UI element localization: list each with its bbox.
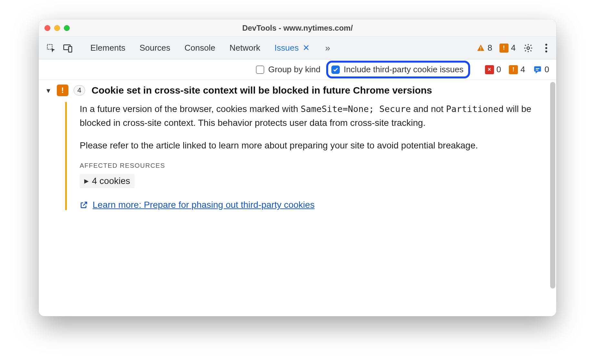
error-count[interactable]: × 0 [485, 65, 501, 75]
issue-type-counts: × 0 ! 4 0 [485, 65, 549, 75]
p1-text-b: and not [411, 104, 446, 114]
tab-elements[interactable]: Elements [90, 43, 125, 53]
svg-rect-3 [480, 46, 481, 49]
close-window-icon[interactable] [45, 25, 50, 31]
inspect-element-icon[interactable] [46, 43, 56, 53]
tab-sources[interactable]: Sources [139, 43, 170, 53]
chevron-right-icon: ▶ [84, 177, 89, 185]
tab-issues[interactable]: Issues ✕ [275, 43, 310, 53]
toolbar-error-count-value: 8 [488, 43, 492, 53]
toolbar-error-count[interactable]: 8 [477, 43, 492, 53]
more-options-icon[interactable] [541, 43, 552, 54]
learn-more-link[interactable]: Learn more: Prepare for phasing out thir… [80, 200, 547, 210]
titlebar: DevTools - www.nytimes.com/ [39, 19, 556, 37]
group-by-kind-checkbox[interactable]: Group by kind [256, 65, 320, 75]
info-count[interactable]: 0 [533, 65, 549, 75]
affected-cookies-label: 4 cookies [92, 176, 130, 186]
svg-rect-4 [480, 49, 481, 50]
window-controls [45, 25, 70, 31]
code-samesite: SameSite=None; Secure [301, 104, 411, 114]
issue-header[interactable]: ▼ ! 4 Cookie set in cross-site context w… [45, 85, 547, 96]
issue-paragraph-1: In a future version of the browser, cook… [80, 102, 547, 130]
svg-rect-10 [536, 68, 540, 69]
warn-count-value: 4 [520, 65, 525, 75]
svg-point-8 [545, 50, 547, 52]
affected-cookies-toggle[interactable]: ▶ 4 cookies [80, 174, 135, 188]
toolbar-issue-count-value: 4 [511, 43, 516, 53]
chevron-down-icon[interactable]: ▼ [45, 87, 52, 95]
include-thirdparty-checkbox[interactable]: Include third-party cookie issues [331, 65, 463, 75]
issue-paragraph-2: Please refer to the article linked to le… [80, 138, 547, 152]
issues-filterbar: Group by kind Include third-party cookie… [39, 59, 556, 80]
tab-console[interactable]: Console [185, 43, 215, 53]
error-count-value: 0 [497, 65, 501, 75]
learn-more-text: Learn more: Prepare for phasing out thir… [93, 200, 315, 210]
issue-body: In a future version of the browser, cook… [65, 102, 547, 210]
issue-title: Cookie set in cross-site context will be… [92, 85, 432, 96]
group-by-kind-label: Group by kind [268, 65, 320, 75]
svg-point-6 [545, 44, 547, 46]
issue-occurrence-count: 4 [74, 85, 85, 96]
issues-content: ▼ ! 4 Cookie set in cross-site context w… [39, 80, 556, 316]
more-tabs-icon[interactable]: » [325, 43, 330, 53]
settings-gear-icon[interactable] [523, 43, 534, 54]
close-tab-icon[interactable]: ✕ [303, 43, 310, 53]
external-link-icon [80, 201, 88, 209]
info-count-value: 0 [545, 65, 549, 75]
code-partitioned: Partitioned [446, 104, 504, 114]
checkbox-checked-icon [331, 66, 340, 74]
issue-badge-icon: ! [499, 44, 509, 53]
svg-point-7 [545, 47, 547, 49]
toolbar-issue-count[interactable]: ! 4 [499, 43, 516, 53]
issue-severity-warn-icon: ! [57, 85, 68, 96]
warning-triangle-icon [477, 44, 485, 52]
scrollbar-thumb[interactable] [550, 82, 555, 288]
window-title: DevTools - www.nytimes.com/ [39, 24, 556, 33]
device-toolbar-icon[interactable] [63, 43, 73, 53]
svg-rect-11 [536, 70, 538, 70]
tab-network[interactable]: Network [229, 43, 260, 53]
svg-rect-2 [69, 46, 72, 52]
warn-badge-icon: ! [509, 65, 518, 74]
zoom-window-icon[interactable] [64, 25, 70, 31]
checkbox-unchecked-icon [256, 66, 264, 74]
affected-resources-label: AFFECTED RESOURCES [80, 162, 547, 169]
include-thirdparty-label: Include third-party cookie issues [344, 65, 463, 75]
include-thirdparty-highlight: Include third-party cookie issues [326, 61, 470, 78]
devtools-window: DevTools - www.nytimes.com/ [39, 19, 556, 316]
minimize-window-icon[interactable] [54, 25, 60, 31]
panel-tabs: Elements Sources Console Network Issues … [90, 43, 330, 53]
p1-text-a: In a future version of the browser, cook… [80, 104, 301, 114]
svg-point-5 [527, 47, 529, 49]
devtools-toolbar: Elements Sources Console Network Issues … [39, 37, 556, 59]
error-badge-icon: × [485, 65, 494, 74]
warn-count[interactable]: ! 4 [509, 65, 525, 75]
tab-issues-label: Issues [275, 43, 299, 53]
info-badge-icon [533, 65, 542, 74]
issue-item: ▼ ! 4 Cookie set in cross-site context w… [39, 80, 556, 218]
